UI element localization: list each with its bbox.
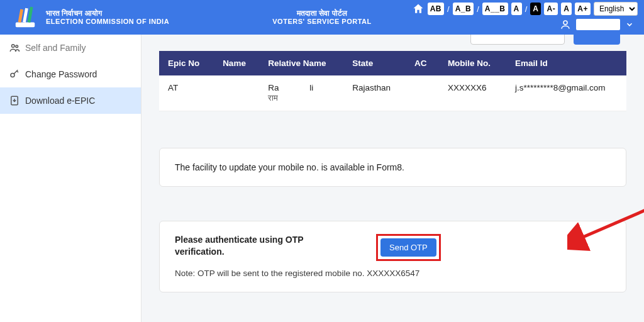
otp-card: Please authenticate using OTP verificati…	[159, 221, 626, 292]
cell-name	[214, 75, 259, 111]
acc-a3[interactable]: A	[561, 3, 572, 15]
table-row: AT Ra li राम Rajasthan XXXXXX6 j.s******…	[159, 75, 626, 111]
svg-rect-0	[15, 22, 34, 27]
sidebar-item-label: Change Password	[25, 69, 97, 79]
home-icon[interactable]	[412, 3, 425, 15]
chevron-down-icon	[625, 20, 634, 29]
send-otp-highlight: Send OTP	[376, 234, 441, 261]
otp-instruction: Please authenticate using OTP verificati…	[175, 234, 338, 258]
sidebar-item-label: Self and Family	[25, 43, 86, 53]
cell-ac	[406, 75, 439, 111]
org-title-hi: भारत निर्वाचन आयोग	[46, 9, 169, 18]
col-rel: Relative Name	[259, 51, 343, 75]
sidebar-item-change-password[interactable]: Change Password	[0, 61, 141, 87]
svg-point-5	[12, 45, 15, 48]
svg-rect-1	[18, 9, 23, 22]
acc-ab[interactable]: AB	[428, 3, 444, 15]
user-name-redacted	[576, 19, 620, 30]
search-button[interactable]	[574, 35, 620, 45]
acc-a--b[interactable]: A__B	[482, 3, 508, 15]
org-title: भारत निर्वाचन आयोग ELECTION COMMISSION O…	[46, 9, 169, 26]
svg-rect-3	[27, 6, 33, 22]
col-epic: Epic No	[159, 51, 214, 75]
language-select[interactable]: English	[594, 2, 638, 16]
cell-epic: AT	[159, 75, 214, 111]
sidebar-item-download-epic[interactable]: Download e-EPIC	[0, 87, 141, 114]
acc-a-minus[interactable]: A-	[544, 3, 558, 15]
sidebar: Self and Family Change Password Download…	[0, 35, 142, 322]
download-icon	[9, 95, 20, 106]
main-content: Epic No Name Relative Name State AC Mobi…	[142, 35, 644, 322]
search-row	[159, 35, 620, 47]
acc-a1[interactable]: A	[511, 3, 522, 15]
cell-mob: XXXXXX6	[439, 75, 506, 111]
portal-title-en: VOTERS' SERVICE PORTAL	[272, 18, 371, 26]
acc-a-black[interactable]: A	[530, 3, 541, 15]
org-title-en: ELECTION COMMISSION OF INDIA	[46, 18, 169, 26]
col-mob: Mobile No.	[439, 51, 506, 75]
header-toolbar: AB / A_B / A__B A / A A- A A+ English	[412, 2, 638, 16]
portal-title: मतदाता सेवा पोर्टल VOTERS' SERVICE PORTA…	[272, 9, 371, 26]
svg-point-7	[11, 74, 14, 77]
users-icon	[9, 42, 20, 53]
col-ac: AC	[406, 51, 439, 75]
cell-state: Rajasthan	[343, 75, 406, 111]
portal-title-hi: मतदाता सेवा पोर्टल	[272, 9, 371, 18]
user-menu[interactable]	[560, 19, 634, 30]
otp-note: Note: OTP will be sent to the registered…	[175, 269, 611, 278]
sidebar-item-label: Download e-EPIC	[25, 96, 95, 106]
user-icon	[560, 19, 571, 30]
results-table: Epic No Name Relative Name State AC Mobi…	[159, 51, 626, 111]
cell-rel: Ra li राम	[259, 75, 343, 111]
svg-point-4	[564, 21, 567, 25]
key-icon	[9, 69, 20, 80]
svg-point-6	[16, 45, 18, 48]
app-header: भारत निर्वाचन आयोग ELECTION COMMISSION O…	[0, 0, 644, 35]
acc-a-plus[interactable]: A+	[575, 3, 591, 15]
col-state: State	[343, 51, 406, 75]
form8-notice: The facility to update your mobile no. i…	[159, 148, 626, 187]
sidebar-item-self-family[interactable]: Self and Family	[0, 35, 141, 61]
cell-email: j.s*********8@gmail.com	[506, 75, 626, 111]
eci-logo	[8, 0, 42, 35]
table-header-row: Epic No Name Relative Name State AC Mobi…	[159, 51, 626, 75]
acc-a-b[interactable]: A_B	[453, 3, 474, 15]
col-name: Name	[214, 51, 259, 75]
svg-rect-2	[23, 8, 28, 22]
col-email: Email Id	[506, 51, 626, 75]
send-otp-button[interactable]: Send OTP	[380, 238, 436, 257]
search-input[interactable]	[470, 35, 565, 45]
